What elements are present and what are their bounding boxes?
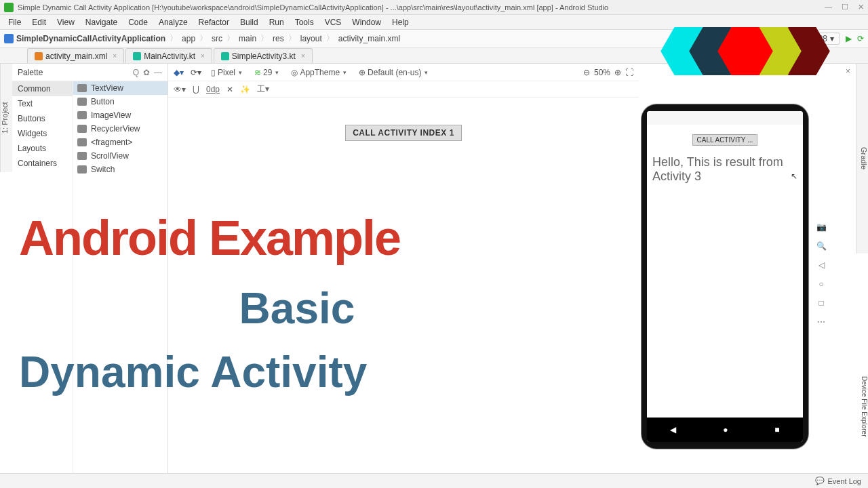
close-tab-icon[interactable]: × [113, 52, 117, 60]
more-icon[interactable]: ⋯ [817, 317, 825, 327]
menu-analyze[interactable]: Analyze [153, 16, 193, 28]
camera-icon[interactable]: 📷 [816, 222, 827, 232]
tab-activity-main[interactable]: activity_main.xml × [27, 48, 124, 63]
palette-cat-text[interactable]: Text [12, 96, 73, 111]
locale-selector[interactable]: ⊕Default (en-us) [356, 67, 431, 78]
surface-selector-icon[interactable]: ◆▾ [174, 68, 184, 77]
palette-cat-widgets[interactable]: Widgets [12, 126, 73, 141]
zoom-out-icon[interactable]: ⊖ [583, 68, 590, 77]
svg-marker-6 [717, 27, 773, 75]
tab-simple-activity3[interactable]: SimpleActivity3.kt × [214, 48, 313, 63]
emulator-nav-bar: ◀ ● ■ [647, 418, 803, 442]
hexagon-logo [650, 27, 853, 180]
kotlin-file-icon [221, 52, 229, 60]
scrollview-icon [77, 152, 87, 160]
menu-navigate[interactable]: Navigate [80, 16, 123, 28]
menu-tools[interactable]: Tools [290, 16, 319, 28]
gear-icon[interactable]: ✿ [143, 68, 150, 77]
design-toolbar-2: 👁▾ ⋃ 0dp ✕ ✨ 工▾ [168, 81, 639, 98]
zoom-fit-icon[interactable]: ⛶ [625, 68, 633, 77]
thumbnail-title-overlay: Android Example Basic Dynamic Activity [19, 210, 575, 397]
nav-home-icon[interactable]: ● [723, 425, 728, 434]
zoom-in-icon[interactable]: ⊕ [614, 68, 621, 77]
sync-icon[interactable]: ⟳ [857, 34, 864, 43]
menu-window[interactable]: Window [347, 16, 387, 28]
breadcrumb-layout[interactable]: layout [300, 34, 322, 43]
breadcrumb-file[interactable]: activity_main.xml [338, 34, 400, 43]
tool-device-file-explorer[interactable]: Device File Explorer [856, 366, 868, 447]
left-tool-strip: 1: Project Resource Manager [0, 64, 12, 172]
overlay-line-3: Dynamic Activity [19, 347, 575, 397]
device-type-selector[interactable]: ▯Pixel [208, 67, 245, 78]
close-button[interactable]: ✕ [858, 3, 864, 12]
api-selector[interactable]: ≋29 [252, 67, 281, 78]
palette-cat-common[interactable]: Common [12, 81, 73, 96]
palette-item-fragment[interactable]: <fragment> [73, 136, 167, 149]
event-log-label[interactable]: Event Log [827, 477, 861, 485]
home-icon[interactable]: ○ [818, 279, 823, 289]
event-log-icon[interactable]: 💬 [815, 476, 825, 485]
palette-item-scrollview[interactable]: ScrollView [73, 149, 167, 163]
menu-help[interactable]: Help [387, 16, 414, 28]
palette-cat-containers[interactable]: Containers [12, 156, 73, 171]
textview-icon [77, 84, 87, 92]
palette-item-imageview[interactable]: ImageView [73, 108, 167, 122]
palette-item-recyclerview[interactable]: RecyclerView [73, 122, 167, 136]
palette-item-switch[interactable]: Switch [73, 163, 167, 176]
clear-constraints-icon[interactable]: ✕ [226, 85, 233, 94]
menu-build[interactable]: Build [235, 16, 264, 28]
minimize-button[interactable]: — [825, 3, 832, 12]
breadcrumb-main[interactable]: main [239, 34, 256, 43]
window-title: Simple Dynamic Call Activity Application… [18, 3, 608, 12]
breadcrumb-src[interactable]: src [212, 34, 222, 43]
back-icon[interactable]: ◁ [818, 260, 825, 270]
breadcrumb-res[interactable]: res [273, 34, 284, 43]
menu-code[interactable]: Code [123, 16, 153, 28]
default-margin[interactable]: 0dp [206, 85, 220, 94]
palette-item-button[interactable]: Button [73, 95, 167, 108]
palette-cat-layouts[interactable]: Layouts [12, 141, 73, 156]
zoom-value: 50% [594, 68, 610, 77]
tab-main-activity[interactable]: MainActivity.kt × [125, 48, 212, 63]
menu-refactor[interactable]: Refactor [193, 16, 235, 28]
palette-item-textview[interactable]: TextView [73, 81, 167, 95]
tool-gradle[interactable]: Gradle [860, 147, 868, 169]
close-tab-icon[interactable]: × [201, 52, 205, 60]
breadcrumb-app[interactable]: app [182, 34, 195, 43]
zoom-icon[interactable]: 🔍 [816, 241, 827, 251]
nav-recents-icon[interactable]: ■ [774, 425, 779, 434]
menu-edit[interactable]: Edit [26, 16, 52, 28]
palette-title: Palette [18, 68, 43, 77]
close-tab-icon[interactable]: × [301, 52, 305, 60]
project-icon [4, 34, 14, 43]
palette-cat-buttons[interactable]: Buttons [12, 111, 73, 126]
infer-constraints-icon[interactable]: ✨ [240, 85, 250, 94]
imageview-icon [77, 111, 87, 119]
overview-icon[interactable]: □ [818, 298, 823, 308]
button-icon [77, 98, 87, 106]
menu-run[interactable]: Run [264, 16, 290, 28]
tool-project[interactable]: 1: Project [1, 102, 9, 134]
title-bar: Simple Dynamic Call Activity Application… [0, 0, 868, 15]
breadcrumb-project[interactable]: SimpleDynamicCallActivityApplication [16, 34, 165, 43]
search-icon[interactable]: Q [133, 68, 139, 77]
right-tool-strip: Gradle [856, 64, 868, 253]
view-options-icon[interactable]: 👁▾ [174, 85, 186, 94]
design-toolbar: ◆▾ ⟳▾ ▯Pixel ≋29 ◎AppTheme ⊕Default (en-… [168, 64, 639, 81]
design-canvas-button[interactable]: CALL ACTIVITY INDEX 1 [345, 125, 462, 141]
menu-vcs[interactable]: VCS [319, 16, 347, 28]
maximize-button[interactable]: ☐ [842, 3, 848, 12]
theme-selector[interactable]: ◎AppTheme [288, 67, 349, 78]
overlay-line-1: Android Example [19, 210, 575, 266]
nav-back-icon[interactable]: ◀ [670, 425, 676, 434]
menu-view[interactable]: View [52, 16, 80, 28]
status-bar: 💬 Event Log [0, 473, 868, 488]
align-icon[interactable]: 工▾ [257, 83, 269, 95]
orientation-icon[interactable]: ⟳▾ [191, 68, 201, 77]
menu-file[interactable]: File [3, 16, 26, 28]
xml-file-icon [35, 52, 43, 60]
kotlin-file-icon [133, 52, 141, 60]
collapse-icon[interactable]: — [154, 68, 162, 77]
magnet-icon[interactable]: ⋃ [193, 85, 199, 94]
recyclerview-icon [77, 125, 87, 133]
